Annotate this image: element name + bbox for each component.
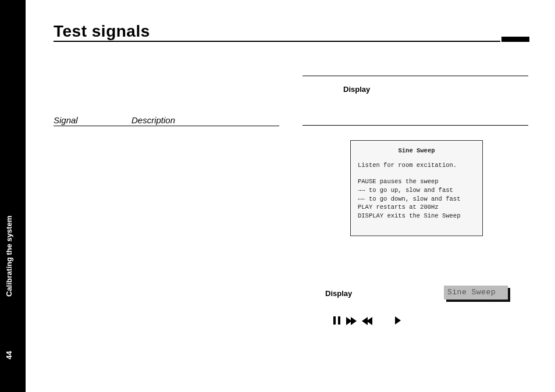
play-icon: [395, 316, 401, 325]
lcd-title: Sine Sweep: [358, 147, 475, 155]
sine-sweep-chip: Sine Sweep: [444, 286, 508, 300]
title-underline: [54, 41, 500, 42]
pause-icon: [333, 316, 340, 325]
transport-icons: [333, 315, 426, 327]
section-label: Calibrating the system: [5, 216, 13, 297]
column-header-signal: Signal: [54, 115, 78, 125]
lcd-screen: Sine Sweep Listen for room excitation. P…: [350, 140, 483, 236]
title-accent-block: [501, 37, 529, 42]
right-rule-top: [303, 76, 528, 76]
page-number: 44: [5, 351, 13, 359]
lcd-line-3: ←← to go down, slow and fast: [358, 195, 475, 204]
display-label-bottom: Display: [325, 289, 352, 298]
lcd-listen-line: Listen for room excitation.: [358, 161, 475, 170]
page-title: Test signals: [54, 22, 150, 41]
column-header-description: Description: [131, 115, 175, 125]
rewind-icon: [362, 315, 371, 326]
lcd-line-1: PAUSE pauses the sweep: [358, 177, 475, 186]
display-label-top: Display: [343, 85, 370, 94]
lcd-line-2: →→ to go up, slow and fast: [358, 186, 475, 195]
side-black-bar: Calibrating the system 44: [0, 0, 26, 392]
lcd-line-4: PLAY restarts at 200Hz: [358, 203, 475, 212]
left-table-rule: [54, 126, 279, 126]
fast-forward-icon: [346, 315, 355, 326]
lcd-line-5: DISPLAY exits the Sine Sweep: [358, 212, 475, 220]
lcd-instructions: PAUSE pauses the sweep →→ to go up, slow…: [358, 177, 475, 220]
right-rule-bottom: [303, 125, 528, 126]
